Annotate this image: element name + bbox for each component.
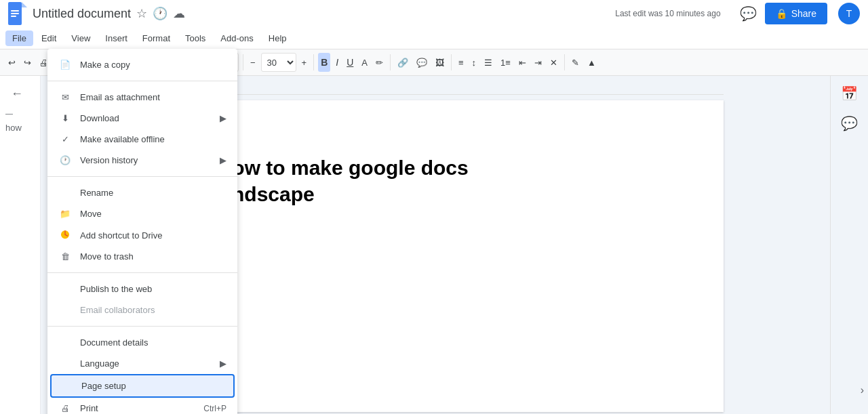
menu-item-file[interactable]: File	[5, 30, 33, 46]
list-button[interactable]: ☰	[481, 53, 495, 72]
dropdown-item-trash[interactable]: 🗑 Move to trash	[47, 246, 237, 267]
dropdown-item-email[interactable]: ✉ Email as attachment	[47, 87, 237, 108]
file-dropdown: 📄 Make a copy ✉ Email as attachment ⬇ Do…	[47, 49, 237, 414]
dropdown-item-version[interactable]: 🕐 Version history ▶	[47, 150, 237, 171]
ordered-list-button[interactable]: 1≡	[498, 53, 513, 72]
svg-rect-4	[11, 16, 16, 17]
last-edit-text: Last edit was 10 minutes ago	[615, 9, 720, 18]
chat-icon[interactable]: 💬	[837, 111, 862, 136]
dropdown-item-shortcut[interactable]: Add shortcut to Drive	[47, 224, 237, 246]
text-color-button[interactable]: A	[359, 53, 370, 72]
link-button[interactable]: 🔗	[395, 53, 411, 72]
download-arrow: ▶	[220, 113, 226, 123]
move-label: Move	[80, 209, 102, 219]
dropdown-item-publish[interactable]: Publish to the web	[47, 278, 237, 299]
print-menu-icon: 🖨	[58, 403, 72, 413]
share-button[interactable]: 🔒 Share	[765, 3, 827, 24]
menu-item-insert[interactable]: Insert	[98, 30, 134, 46]
shortcut-label: Add shortcut to Drive	[80, 230, 162, 241]
language-arrow: ▶	[220, 358, 226, 369]
language-label: Language	[80, 358, 119, 369]
font-size-increase[interactable]: +	[299, 53, 310, 72]
rename-label: Rename	[80, 188, 113, 198]
menu-item-view[interactable]: View	[64, 30, 97, 46]
doc-line-1: how to make google docs	[215, 154, 656, 181]
menu-item-tools[interactable]: Tools	[178, 30, 212, 46]
make-copy-label: Make a copy	[80, 60, 130, 70]
move-icon: 📁	[58, 209, 72, 219]
download-label: Download	[80, 113, 119, 123]
highlight-button[interactable]: ✏	[373, 53, 386, 72]
trash-label: Move to trash	[80, 251, 134, 262]
email-label: Email as attachment	[80, 92, 160, 102]
image-button[interactable]: 🖼	[433, 53, 447, 72]
avatar[interactable]: T	[838, 3, 860, 24]
offline-icon: ✓	[58, 134, 72, 144]
dropdown-item-print[interactable]: 🖨 Print Ctrl+P	[47, 398, 237, 414]
trash-icon: 🗑	[58, 251, 72, 262]
share-label: Share	[791, 8, 816, 19]
version-icon: 🕐	[58, 155, 72, 165]
dropdown-item-email-collab: Email collaborators	[47, 299, 237, 320]
dropdown-item-language[interactable]: Language ▶	[47, 353, 237, 374]
dropdown-item-move[interactable]: 📁 Move	[47, 203, 237, 224]
indent-decrease-button[interactable]: ⇤	[516, 53, 529, 72]
dropdown-sep-1	[47, 81, 237, 81]
menu-item-edit[interactable]: Edit	[35, 30, 63, 46]
outline-item-how[interactable]: how	[0, 120, 27, 136]
menu-bar: File Edit View Insert Format Tools Add-o…	[0, 27, 868, 49]
expand-right-icon[interactable]: ›	[856, 380, 868, 400]
comments-icon[interactable]: 💬	[737, 3, 760, 24]
publish-label: Publish to the web	[80, 284, 152, 294]
font-size-select[interactable]: 30	[261, 53, 296, 72]
print-shortcut: Ctrl+P	[203, 404, 226, 413]
menu-item-addons[interactable]: Add-ons	[214, 30, 260, 46]
email-icon: ✉	[58, 92, 72, 102]
dropdown-item-offline[interactable]: ✓ Make available offline	[47, 129, 237, 150]
doc-icon	[8, 2, 27, 25]
svg-rect-2	[11, 10, 19, 12]
version-arrow: ▶	[220, 155, 226, 165]
undo-button[interactable]: ↩	[5, 53, 18, 72]
toolbar-sep-5	[390, 54, 391, 70]
dropdown-item-details[interactable]: Document details	[47, 332, 237, 353]
version-label: Version history	[80, 155, 138, 165]
pagesetup-label: Page setup	[81, 381, 126, 391]
title-bar: Untitled document ☆ 🕐 ☁ Last edit was 10…	[0, 0, 868, 27]
calendar-icon[interactable]: 📅	[837, 81, 862, 106]
doc-text: how to make google docs landscape	[215, 154, 656, 207]
indent-increase-button[interactable]: ⇥	[532, 53, 545, 72]
menu-item-help[interactable]: Help	[262, 30, 294, 46]
menu-item-format[interactable]: Format	[136, 30, 177, 46]
cloud-icon[interactable]: ☁	[173, 6, 185, 21]
clear-format-button[interactable]: ✕	[547, 53, 560, 72]
font-size-decrease[interactable]: −	[248, 53, 258, 72]
redo-button[interactable]: ↪	[21, 53, 34, 72]
dropdown-menu: 📄 Make a copy ✉ Email as attachment ⬇ Do…	[47, 49, 237, 414]
underline-button[interactable]: U	[344, 53, 356, 72]
back-button[interactable]: ←	[0, 81, 34, 106]
dropdown-item-rename[interactable]: Rename	[47, 182, 237, 203]
left-panel: ← — how	[0, 76, 41, 414]
toolbar-sep-6	[451, 54, 452, 70]
dropdown-sep-4	[47, 326, 237, 327]
line-spacing-button[interactable]: ↕	[469, 53, 479, 72]
make-copy-icon: 📄	[58, 60, 72, 70]
dropdown-item-pagesetup[interactable]: Page setup	[50, 374, 235, 398]
comment-button[interactable]: 💬	[414, 53, 430, 72]
dropdown-item-download[interactable]: ⬇ Download ▶	[47, 108, 237, 129]
details-label: Document details	[80, 337, 148, 348]
bold-button[interactable]: B	[318, 53, 330, 72]
dropdown-item-make-copy[interactable]: 📄 Make a copy	[47, 54, 237, 75]
shortcut-icon	[58, 230, 72, 241]
expand-toolbar-button[interactable]: ▲	[585, 53, 599, 72]
italic-button[interactable]: I	[333, 53, 341, 72]
align-button[interactable]: ≡	[456, 53, 467, 72]
svg-rect-3	[11, 13, 19, 14]
history-icon[interactable]: 🕐	[153, 6, 167, 21]
pen-button[interactable]: ✎	[569, 53, 582, 72]
star-icon[interactable]: ☆	[136, 6, 147, 21]
right-sidebar: 📅 💬 ›	[830, 76, 868, 414]
download-icon: ⬇	[58, 113, 72, 123]
doc-title: Untitled document	[33, 7, 131, 21]
